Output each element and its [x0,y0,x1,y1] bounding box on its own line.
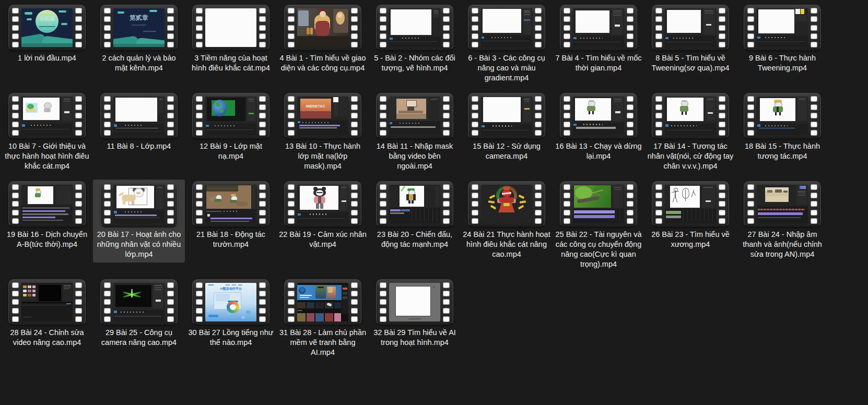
thumb-layer [31,125,51,126]
file-item[interactable]: 23 Bài 20 - Chiến đấu, động tác mạnh.mp4 [369,180,461,253]
sprocket-hole [443,218,450,224]
thumb-layer [390,41,437,42]
thumb-layer [316,192,323,193]
filmstrip-holes-right [809,7,819,48]
thumb-layer [143,31,156,32]
sprocket-hole [535,104,542,110]
sprocket-hole [259,193,266,198]
filmstrip-holes-left [562,96,572,136]
sprocket-hole [472,33,478,39]
sprocket-hole [104,193,111,198]
file-item[interactable]: 6 - Bài 3 - Các công cụ nâng cao và màu … [461,3,553,86]
file-item[interactable]: 19 Bài 16 - Dịch chuyển A-B(tức thời).mp… [1,180,93,253]
file-item[interactable]: 12 Bài 9 - Lớp mặt nạ.mp4 [185,91,277,164]
thumb-layer [64,287,71,287]
filmstrip-holes-left [194,184,204,224]
thumb-layer [325,313,333,321]
file-item[interactable]: 28 Bài 24 - Chỉnh sửa video nâng cao.mp4 [1,278,93,351]
file-item[interactable]: AI配音创作平台 30 Bài 27 Lồng tiếng như thế nà… [185,278,277,351]
sprocket-hole [288,33,295,39]
sprocket-hole [564,122,570,127]
thumb-layer [299,127,337,128]
file-item[interactable]: 3 Tiềm năng của hoạt hình điêu khắc cát.… [185,3,277,76]
sprocket-hole [196,130,203,136]
sprocket-hole [75,122,82,127]
sprocket-hole [288,42,295,47]
thumb-layer [35,193,41,197]
thumb-layer [616,209,623,222]
sprocket-hole [104,308,111,314]
file-item[interactable]: 29 Bài 25 - Công cụ camera nâng cao.mp4 [93,278,185,351]
thumb-layer [576,10,609,33]
filmstrip-holes-left [746,7,756,48]
sprocket-hole [351,104,358,110]
thumb-image [389,97,440,135]
sprocket-hole [472,113,478,118]
file-label: 9 Bài 6 - Thực hành Tweening.mp4 [738,53,826,73]
file-item[interactable]: 5 - Bài 2 - Nhóm các đối tượng, vẽ hình.… [369,3,461,76]
file-item[interactable]: 4 Bài 1 - Tìm hiểu về giao diện và các c… [277,3,369,76]
file-item[interactable]: 11 Bài 8 - Lớp.mp4 [93,91,185,154]
filmstrip-video-icon [284,5,361,51]
sprocket-hole [655,210,662,216]
file-item[interactable]: 10 Bài 7 - Giới thiệu và thực hành hoạt … [1,91,93,174]
thumb-image [481,8,532,47]
sprocket-hole [380,130,386,136]
thumb-layer [300,111,331,118]
file-item[interactable]: 17 Bài 14 - Tương tác nhân vật(nói, cử đ… [644,91,736,174]
file-item[interactable]: 18 Bài 15 - Thực hành tương tác.mp4 [736,91,828,164]
sprocket-hole [167,201,174,207]
filmstrip-holes-right [809,96,819,136]
file-item[interactable]: 16 Bài 13 - Chạy và dừng lại.mp4 [553,91,644,164]
thumb-layer [390,212,404,214]
file-item[interactable]: 9 Bài 6 - Thực hành Tweening.mp4 [736,3,828,76]
file-item[interactable]: 32 Bài 29 Tìm hiểu về AI trong hoạt hình… [369,278,461,351]
file-item[interactable]: 27 Bài 24 - Nhập âm thanh và ảnh(nếu chỉ… [736,180,828,263]
sprocket-hole [104,218,111,224]
filmstrip-holes-right [809,184,819,224]
sprocket-hole [351,113,358,118]
filmstrip-video-icon [192,5,269,51]
thumb-layer [23,290,27,292]
thumb-layer [320,11,326,17]
file-item[interactable]: 7 Bài 4 - Tìm hiểu về mốc thời gian.mp4 [553,3,644,76]
file-item[interactable]: 15 Bài 12 - Sử dụng camera.mp4 [461,91,553,164]
file-item[interactable]: MBINETAC 13 Bài 10 - Thực hành lớp mặt n… [277,91,369,174]
sprocket-hole [259,201,266,207]
file-item[interactable]: 8 Bài 5 - Tìm hiểu về Tweening(sơ qua).m… [644,3,736,76]
thumb-layer [226,284,230,285]
file-item[interactable]: 21 Bài 18 - Động tác trườn.mp4 [185,180,277,253]
filmstrip-holes-right [74,7,84,48]
filmstrip-holes-right [257,96,267,136]
thumb-layer [682,100,687,102]
filmstrip-holes-left [194,96,204,136]
file-item[interactable]: 25 Bài 22 - Tài nguyên và các công cụ ch… [553,180,644,272]
filmstrip-holes-right [74,184,84,224]
thumb-layer [238,284,242,285]
file-item[interactable]: 31 Bài 28 - Làm chủ phần mềm vẽ tranh bằ… [277,278,369,361]
thumb-layer [230,200,237,203]
sprocket-hole [655,33,662,39]
filmstrip-holes-left [470,184,480,224]
filmstrip-holes-right [717,184,727,224]
sprocket-hole [259,210,266,216]
sprocket-hole [719,8,725,14]
filmstrip-holes-left [102,184,112,224]
thumb-layer [22,207,69,209]
file-item[interactable]: 24 Bài 21 Thực hành hoạt hình điêu khắc … [461,180,553,263]
sprocket-hole [719,210,725,216]
file-item[interactable]: 动画篇 1 lời nói đầu.mp4 [1,3,93,66]
thumb-layer [758,209,805,210]
file-item[interactable]: 22 Bài 19 - Cảm xúc nhân vật.mp4 [277,180,369,253]
file-item[interactable]: 26 Bài 23 - Tìm hiểu về xương.mp4 [644,180,736,253]
file-item[interactable]: 20 Bài 17 - Hoạt ảnh cho những nhân vật … [93,180,185,263]
thumb-layer [435,186,439,207]
thumb-layer [492,125,512,126]
thumb-layer [208,315,219,318]
file-label: 14 Bài 11 - Nhập mask bằng video bên ngo… [371,141,459,171]
file-item[interactable]: 14 Bài 11 - Nhập mask bằng video bên ngo… [369,91,461,174]
file-item[interactable]: 第贰章 2 cách quản lý và bảo mật kênh.mp4 [93,3,185,76]
sprocket-hole [12,33,19,39]
thumb-layer [334,302,342,309]
thumb-layer [307,28,310,34]
